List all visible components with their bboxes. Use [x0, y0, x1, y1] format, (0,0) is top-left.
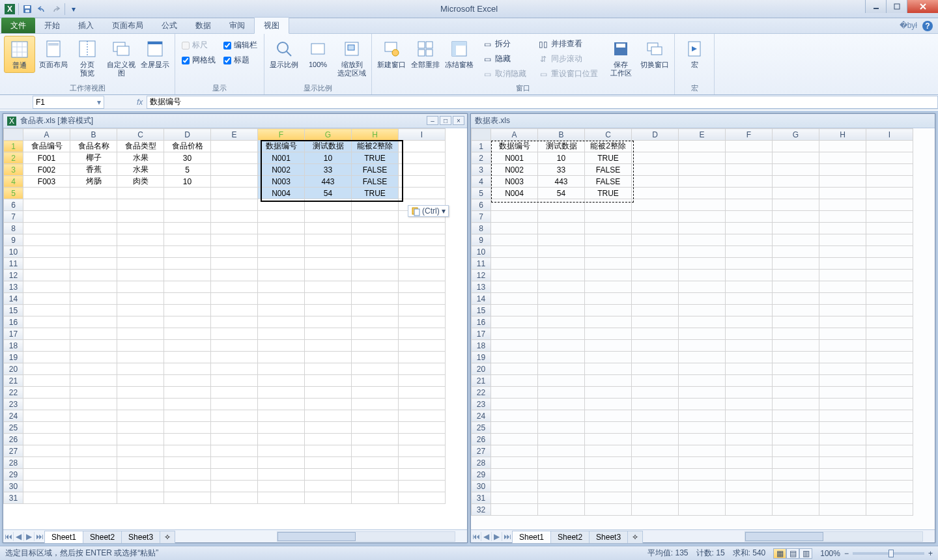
name-box[interactable]: F1▾ [33, 96, 104, 109]
hide-button[interactable]: ▭隐藏 [480, 52, 528, 66]
svg-rect-13 [48, 43, 59, 46]
formula-bar-checkbox[interactable]: 编辑栏 [223, 40, 257, 51]
macros-button[interactable]: 宏 [679, 36, 710, 72]
fx-icon[interactable]: fx [133, 98, 147, 107]
tab-view[interactable]: 视图 [254, 17, 289, 34]
workspace: X 食品表.xls [兼容模式] –□× ABCDEFGHI1食品编号食品名称食… [0, 111, 938, 546]
svg-rect-6 [894, 4, 900, 9]
page-break-button[interactable]: 分页 预览 [72, 36, 103, 80]
freeze-panes-button[interactable]: 冻结窗格 [444, 36, 475, 72]
svg-rect-30 [426, 49, 433, 56]
unhide-button: ▭取消隐藏 [480, 67, 528, 81]
zoom-in-button[interactable]: + [928, 549, 933, 558]
ribbon-view: 普通 页面布局 分页 预览 自定义视图 全屏显示 工作簿视图 [0, 34, 938, 95]
mdi-max-icon[interactable]: □ [440, 116, 451, 125]
svg-rect-24 [348, 45, 354, 50]
gridlines-checkbox[interactable]: 网格线 [182, 55, 216, 66]
formula-bar: F1▾ fx 数据编号 [0, 95, 938, 109]
svg-rect-7 [12, 42, 27, 57]
tab-formula[interactable]: 公式 [152, 18, 186, 33]
grid-left[interactable]: ABCDEFGHI1食品编号食品名称食品类型食品价格数据编号测试数据能被2整除2… [3, 128, 467, 529]
svg-text:X: X [7, 5, 12, 14]
svg-rect-22 [311, 44, 324, 54]
svg-rect-35 [616, 44, 625, 48]
headings-checkbox[interactable]: 标题 [223, 55, 257, 66]
sheet-tab-3[interactable]: Sheet3 [121, 531, 160, 543]
qat-dropdown-icon[interactable]: ▾ [66, 2, 81, 16]
minimize-ribbon-icon[interactable]: �był [900, 21, 917, 31]
hscroll-left[interactable] [277, 531, 455, 542]
tab-nav-prev-icon[interactable]: ◀ [14, 532, 24, 541]
formula-input[interactable]: 数据编号 [147, 96, 938, 109]
custom-views-button[interactable]: 自定义视图 [106, 36, 137, 80]
group-label-workbook-views: 工作簿视图 [4, 83, 171, 94]
zoom-percent[interactable]: 100% [820, 549, 840, 558]
save-icon[interactable] [20, 2, 35, 16]
zoom-selection-button[interactable]: 缩放到 选定区域 [336, 36, 367, 80]
mdi-close-icon[interactable]: × [453, 116, 464, 125]
tab-insert[interactable]: 插入 [69, 18, 103, 33]
new-sheet-icon-r[interactable]: ✧ [627, 531, 643, 543]
tab-file[interactable]: 文件 [1, 18, 35, 33]
svg-rect-33 [452, 42, 456, 56]
sheet-tab-3-r[interactable]: Sheet3 [589, 531, 628, 543]
tab-data[interactable]: 数据 [186, 18, 220, 33]
zoom-slider[interactable] [853, 552, 924, 555]
svg-rect-27 [418, 42, 425, 48]
view-layout-icon[interactable]: ▤ [786, 548, 799, 559]
undo-icon[interactable] [35, 2, 49, 16]
view-break-icon[interactable]: ▥ [799, 548, 812, 559]
new-window-button[interactable]: 新建窗口 [376, 36, 407, 72]
close-button[interactable] [907, 0, 938, 13]
save-workspace-button[interactable]: 保存 工作区 [605, 36, 636, 80]
svg-rect-43 [414, 209, 419, 216]
svg-point-26 [392, 49, 399, 56]
sheet-tab-1-r[interactable]: Sheet1 [512, 531, 551, 543]
switch-windows-button[interactable]: 切换窗口 [639, 36, 670, 72]
svg-rect-37 [651, 47, 662, 55]
svg-line-21 [287, 51, 291, 56]
tab-layout[interactable]: 页面布局 [103, 18, 152, 33]
help-icon[interactable]: ? [922, 21, 933, 31]
side-by-side-button[interactable]: ▯▯并排查看 [536, 37, 600, 51]
tab-review[interactable]: 审阅 [220, 18, 254, 33]
group-label-zoom: 显示比例 [268, 83, 367, 94]
app-title: Microsoft Excel [0, 4, 938, 14]
page-layout-button[interactable]: 页面布局 [38, 36, 69, 72]
split-button[interactable]: ▭拆分 [480, 37, 528, 51]
svg-rect-3 [25, 6, 30, 8]
paste-options-button[interactable]: (Ctrl)▾ [408, 205, 449, 217]
new-sheet-icon[interactable]: ✧ [160, 531, 175, 543]
window-controls [865, 0, 938, 13]
maximize-button[interactable] [886, 0, 907, 13]
group-label-show: 显示 [179, 83, 260, 94]
arrange-all-button[interactable]: 全部重排 [410, 36, 441, 72]
excel-icon: X [3, 2, 17, 16]
hscroll-right[interactable] [745, 531, 923, 542]
svg-rect-28 [426, 42, 433, 48]
zoom-out-button[interactable]: − [844, 549, 849, 558]
zoom-100-button[interactable]: 100% [302, 36, 334, 72]
view-normal-icon[interactable]: ▦ [773, 548, 786, 559]
normal-view-button[interactable]: 普通 [4, 36, 35, 73]
sheet-tab-1[interactable]: Sheet1 [44, 531, 83, 543]
sheet-tab-2[interactable]: Sheet2 [83, 531, 122, 543]
redo-icon[interactable] [49, 2, 63, 16]
title-bar: X ▾ Microsoft Excel [0, 0, 938, 18]
view-mode-buttons: ▦ ▤ ▥ [773, 548, 812, 559]
tab-nav-first-icon[interactable]: ⏮ [3, 532, 14, 541]
group-label-window: 窗口 [376, 83, 670, 94]
tab-nav-next-icon[interactable]: ▶ [24, 532, 35, 541]
ruler-checkbox: 标尺 [182, 40, 216, 51]
svg-rect-4 [25, 10, 29, 12]
xls-icon: X [7, 117, 16, 126]
tab-home[interactable]: 开始 [35, 18, 69, 33]
tab-nav-last-icon[interactable]: ⏭ [35, 532, 45, 541]
zoom-button[interactable]: 显示比例 [268, 36, 300, 72]
grid-right[interactable]: ABCDEFGHI1数据编号测试数据能被2整除2N00110TRUE3N0023… [471, 128, 935, 529]
workbook-title-right: 数据表.xls [471, 114, 935, 128]
minimize-button[interactable] [865, 0, 886, 13]
sheet-tab-2-r[interactable]: Sheet2 [550, 531, 590, 543]
fullscreen-button[interactable]: 全屏显示 [139, 36, 171, 72]
mdi-min-icon[interactable]: – [427, 116, 438, 125]
